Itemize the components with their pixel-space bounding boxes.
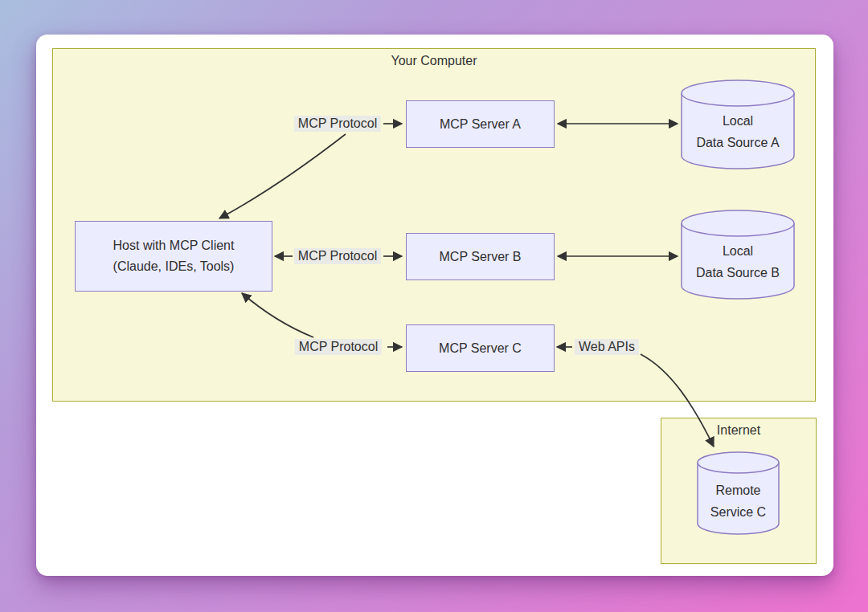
edge-label-mcp-protocol-c: MCP Protocol [295, 339, 382, 355]
node-host-with-mcp-client: Host with MCP Client (Claude, IDEs, Tool… [75, 221, 272, 292]
gradient-background: Your Computer Internet [0, 0, 868, 612]
node-mcp-server-b: MCP Server B [406, 233, 555, 280]
server-c-label: MCP Server C [439, 338, 522, 359]
remote-c-line2: Service C [690, 501, 787, 523]
data-a-line2: Data Source A [682, 132, 794, 153]
edge-label-web-apis: Web APIs [575, 339, 639, 355]
edge-label-mcp-protocol-a: MCP Protocol [294, 116, 381, 132]
internet-title: Internet [661, 423, 816, 438]
host-label-line1: Host with MCP Client [113, 235, 235, 256]
data-b-line2: Data Source B [682, 262, 794, 284]
server-a-label: MCP Server A [440, 114, 521, 135]
node-remote-service-c: Remote Service C [690, 479, 787, 523]
your-computer-title: Your Computer [53, 54, 815, 68]
node-mcp-server-a: MCP Server A [406, 100, 555, 148]
data-a-line1: Local [682, 110, 794, 132]
host-label-line2: (Claude, IDEs, Tools) [113, 256, 235, 277]
node-mcp-server-c: MCP Server C [406, 324, 555, 372]
node-local-data-source-a: Local Data Source A [682, 110, 794, 153]
server-b-label: MCP Server B [440, 247, 522, 267]
edge-label-mcp-protocol-b: MCP Protocol [294, 248, 381, 264]
diagram-card: Your Computer Internet [36, 35, 833, 576]
remote-c-line1: Remote [690, 479, 787, 501]
data-b-line1: Local [682, 240, 794, 262]
node-local-data-source-b: Local Data Source B [682, 240, 794, 284]
